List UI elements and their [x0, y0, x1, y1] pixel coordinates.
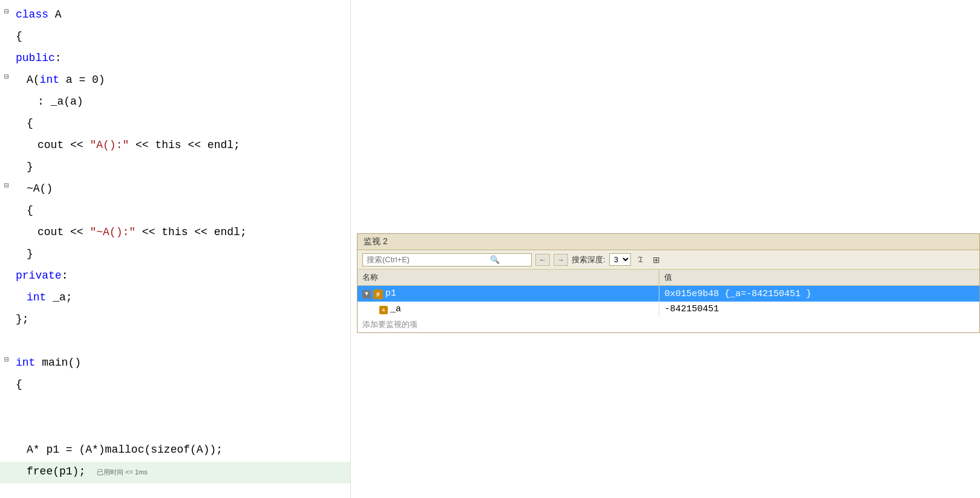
code-content-18: { [13, 375, 350, 395]
code-content-8: } [24, 157, 350, 177]
watch-toolbar: 🔍 ← → 搜索深度: 3 1 2 4 5 𝔗 ⊞ [358, 250, 979, 270]
token-plain: } [27, 161, 33, 173]
fold-gutter-7 [0, 135, 13, 137]
col-value-header: 值 [659, 270, 979, 286]
code-line-1: ⊟class A [0, 5, 350, 27]
code-line-15: }; [0, 309, 350, 331]
fold-gutter-22 [0, 462, 13, 464]
watch-window: 监视 2 🔍 ← → 搜索深度: 3 1 2 4 5 𝔗 ⊞ 名称 值 ▼pp1… [357, 233, 980, 333]
watch-value-_a: -842150451 [659, 302, 979, 317]
fold-gutter-6 [0, 114, 13, 115]
token-plain: { [16, 378, 22, 390]
code-line-5: : _a(a) [0, 92, 350, 114]
token-plain: free(p1); [27, 465, 92, 477]
fold-gutter-12 [0, 244, 13, 246]
search-icon[interactable]: 🔍 [490, 255, 500, 265]
code-content-16 [13, 331, 350, 335]
token-kw-blue: int [16, 357, 35, 369]
token-plain: } [27, 248, 33, 260]
fold-gutter-19 [0, 396, 13, 398]
token-kw-blue: int [27, 291, 46, 303]
fold-gutter-4[interactable]: ⊟ [0, 70, 13, 82]
watch-value-p1: 0x015e9b48 {_a=-842150451 } [659, 286, 979, 302]
token-kw-blue: public [16, 52, 55, 64]
fold-gutter-10 [0, 201, 13, 202]
code-line-14: int _a; [0, 288, 350, 309]
token-plain: cout << [38, 226, 90, 238]
watch-title-bar: 监视 2 [358, 234, 979, 250]
watch-row-p1[interactable]: ▼pp10x015e9b48 {_a=-842150451 } [358, 286, 979, 302]
search-input[interactable] [367, 255, 488, 264]
code-line-13: private: [0, 266, 350, 288]
filter-button[interactable]: 𝔗 [635, 253, 646, 267]
token-plain: a = 0) [59, 74, 105, 86]
code-content-11: cout << "~A():" << this << endl; [35, 222, 350, 242]
code-content-13: private: [13, 266, 350, 286]
expand-icon[interactable]: ▼ [362, 290, 371, 299]
code-content-10: { [24, 201, 350, 221]
token-plain: : [55, 52, 62, 64]
token-kw-blue: int [40, 74, 59, 86]
token-plain: : _a(a) [38, 95, 83, 108]
code-line-9: ⊟~A() [0, 179, 350, 201]
search-depth-select[interactable]: 3 1 2 4 5 [609, 253, 631, 266]
watch-name-p1: ▼pp1 [358, 286, 659, 302]
token-str-red: "~A():" [90, 226, 136, 238]
token-plain: { [27, 117, 33, 129]
code-content-12: } [24, 244, 350, 264]
search-forward-button[interactable]: → [554, 254, 568, 266]
code-line-20 [0, 418, 350, 440]
fold-gutter-16 [0, 331, 13, 333]
token-plain: { [16, 30, 22, 42]
expand-all-button[interactable]: ⊞ [650, 253, 663, 267]
code-line-18: { [0, 375, 350, 396]
token-plain: main() [35, 357, 81, 369]
code-line-8: } [0, 157, 350, 179]
code-line-2: { [0, 27, 350, 48]
code-editor: ⊟class A{public:⊟A(int a = 0): _a(a){cou… [0, 0, 351, 498]
token-plain: ~A() [27, 183, 53, 195]
code-content-17: int main() [13, 353, 350, 373]
code-line-17: ⊟int main() [0, 353, 350, 375]
search-back-button[interactable]: ← [535, 254, 550, 266]
code-line-16 [0, 331, 350, 353]
token-plain: : [62, 270, 68, 282]
code-line-12: } [0, 244, 350, 266]
code-content-7: cout << "A():" << this << endl; [35, 135, 350, 155]
fold-gutter-1[interactable]: ⊟ [0, 5, 13, 16]
fold-gutter-18 [0, 375, 13, 377]
fold-gutter-21 [0, 440, 13, 442]
var-name: p1 [385, 288, 396, 299]
code-content-2: { [13, 27, 350, 47]
watch-row-_a[interactable]: a_a-842150451 [358, 302, 979, 317]
code-content-3: public: [13, 48, 350, 68]
code-content-21: A* p1 = (A*)malloc(sizeof(A)); [24, 440, 350, 460]
var-icon: p [373, 289, 383, 299]
code-line-21: A* p1 = (A*)malloc(sizeof(A)); [0, 440, 350, 462]
code-content-6: { [24, 114, 350, 134]
token-plain: { [27, 204, 33, 216]
code-line-23 [0, 483, 350, 498]
search-depth-label: 搜索深度: [572, 254, 606, 265]
search-box-container: 🔍 [362, 253, 532, 267]
code-line-4: ⊟A(int a = 0) [0, 70, 350, 92]
code-content-14: int _a; [24, 288, 350, 308]
watch-name-_a: a_a [358, 302, 659, 317]
watch-table: 名称 值 ▼pp10x015e9b48 {_a=-842150451 }a_a-… [358, 270, 979, 332]
fold-gutter-5 [0, 92, 13, 94]
fold-gutter-9[interactable]: ⊟ [0, 179, 13, 190]
token-plain: << this << endl; [136, 226, 247, 238]
col-name-header: 名称 [358, 270, 659, 286]
code-content-22: free(p1); 已用时间 <= 1ms [24, 462, 350, 482]
add-watch-row[interactable]: 添加要监视的项 [358, 317, 979, 332]
token-plain: _a; [46, 291, 72, 303]
code-content-1: class A [13, 5, 350, 25]
token-plain: }; [16, 313, 29, 325]
token-str-red: "A():" [90, 139, 129, 151]
fold-gutter-17[interactable]: ⊟ [0, 353, 13, 364]
token-plain: A( [27, 74, 40, 86]
fold-gutter-20 [0, 418, 13, 420]
code-content-15: }; [13, 309, 350, 329]
code-content-9: ~A() [24, 179, 350, 199]
code-content-20 [24, 418, 350, 422]
